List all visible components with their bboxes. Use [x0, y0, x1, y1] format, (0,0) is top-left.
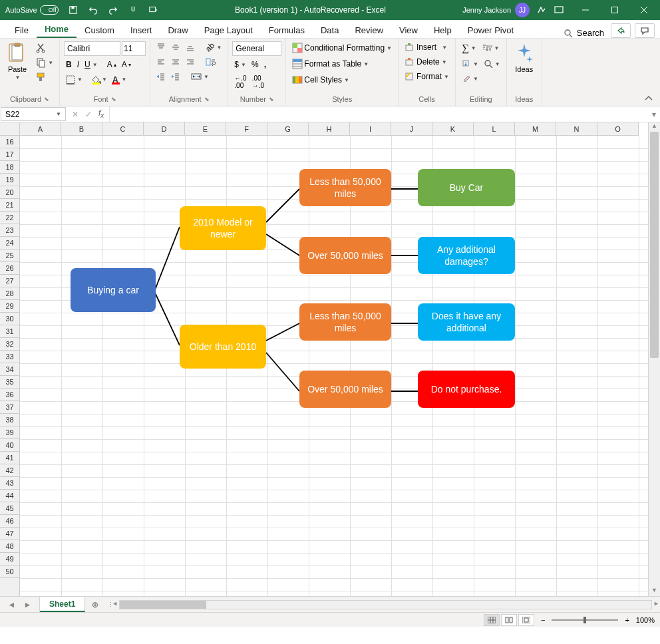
cells-area[interactable]: Buying a car 2010 Model or newer Older t… [20, 136, 648, 596]
insert-cells-button[interactable]: Insert ▼ [403, 41, 451, 53]
row-header[interactable]: 24 [0, 237, 19, 249]
close-button[interactable] [629, 0, 659, 20]
paste-button[interactable]: Paste▼ [4, 41, 31, 82]
increase-decimal-button[interactable]: ←.0.00 [232, 73, 248, 90]
redo-icon[interactable] [108, 5, 118, 15]
col-header[interactable]: M [515, 122, 556, 135]
fill-color-button[interactable]: ▼ [90, 73, 109, 86]
underline-button[interactable]: U▼ [82, 59, 100, 71]
cancel-formula-icon[interactable]: ✕ [72, 110, 79, 119]
shape-over-miles-b[interactable]: Over 50,000 miles [299, 371, 391, 408]
shape-newer[interactable]: 2010 Model or newer [180, 206, 266, 250]
row-header[interactable]: 46 [0, 515, 19, 528]
fill-button[interactable]: ▼ [460, 58, 480, 70]
normal-view-button[interactable] [484, 614, 500, 626]
font-name-input[interactable] [64, 41, 120, 56]
horizontal-scrollbar[interactable]: ◄ ► [119, 600, 652, 609]
italic-button[interactable]: I [75, 59, 81, 71]
tab-custom[interactable]: Custom [77, 22, 122, 38]
row-header[interactable]: 32 [0, 338, 19, 351]
find-select-button[interactable]: ▼ [482, 58, 502, 70]
col-header[interactable]: N [556, 122, 597, 135]
comments-button[interactable] [635, 23, 655, 38]
cut-button[interactable] [33, 41, 55, 55]
tab-data[interactable]: Data [313, 22, 347, 38]
decrease-indent-button[interactable] [154, 71, 168, 82]
col-header[interactable]: O [597, 122, 639, 135]
row-header[interactable]: 48 [0, 540, 19, 553]
row-header[interactable]: 44 [0, 490, 19, 502]
borders-button[interactable]: ▼ [64, 74, 84, 86]
expand-formula-bar-icon[interactable]: ▾ [648, 106, 660, 122]
row-header[interactable]: 30 [0, 313, 19, 325]
conditional-formatting-button[interactable]: Conditional Formatting▼ [290, 41, 394, 55]
row-header[interactable]: 29 [0, 300, 19, 313]
row-header[interactable]: 35 [0, 376, 19, 389]
merge-center-button[interactable]: ▼ [189, 71, 211, 82]
wrap-text-button[interactable] [204, 56, 218, 68]
zoom-in-button[interactable]: + [625, 616, 629, 624]
save-icon[interactable] [68, 5, 79, 15]
col-header[interactable]: E [185, 122, 226, 135]
align-right-button[interactable] [184, 56, 197, 68]
row-header[interactable]: 26 [0, 262, 19, 275]
percent-button[interactable]: % [249, 59, 261, 71]
clipboard-launcher-icon[interactable]: ⬊ [44, 96, 49, 102]
row-header[interactable]: 16 [0, 136, 19, 148]
vertical-scrollbar[interactable]: ▲ ▼ [648, 122, 660, 596]
touch-mode-icon[interactable] [128, 5, 138, 15]
tab-home[interactable]: Home [37, 21, 77, 38]
col-header[interactable]: H [309, 122, 350, 135]
row-header[interactable]: 28 [0, 287, 19, 300]
clear-button[interactable]: ▼ [460, 73, 480, 84]
row-header[interactable]: 40 [0, 439, 19, 452]
page-break-view-button[interactable] [518, 614, 534, 626]
sheet-tab-1[interactable]: Sheet1 [40, 597, 85, 612]
shape-less-miles-b[interactable]: Less than 50,000 miles [299, 303, 391, 341]
insert-function-icon[interactable]: fx [98, 108, 104, 119]
decrease-font-button[interactable]: A▾ [120, 59, 133, 71]
row-header[interactable]: 41 [0, 452, 19, 464]
row-header[interactable]: 38 [0, 414, 19, 426]
enter-formula-icon[interactable]: ✓ [85, 110, 92, 119]
row-header[interactable]: 43 [0, 477, 19, 490]
row-header[interactable]: 36 [0, 389, 19, 401]
accounting-format-button[interactable]: $▼ [232, 59, 248, 71]
align-top-button[interactable] [154, 41, 168, 53]
number-launcher-icon[interactable]: ⬊ [269, 96, 274, 102]
row-header[interactable]: 45 [0, 502, 19, 515]
row-header[interactable]: 33 [0, 351, 19, 363]
shape-less-miles-a[interactable]: Less than 50,000 miles [299, 169, 391, 206]
tab-formulas[interactable]: Formulas [261, 22, 313, 38]
sort-filter-button[interactable]: ▼ [480, 43, 502, 55]
row-header[interactable]: 19 [0, 174, 19, 186]
row-headers[interactable]: 1617181920212223242526272829303132333435… [0, 136, 20, 596]
shape-older[interactable]: Older than 2010 [180, 325, 266, 369]
tab-review[interactable]: Review [347, 22, 391, 38]
col-header[interactable]: K [432, 122, 474, 135]
row-header[interactable]: 39 [0, 426, 19, 439]
row-header[interactable]: 27 [0, 275, 19, 287]
orientation-button[interactable]: ab▼ [204, 41, 224, 53]
increase-indent-button[interactable] [169, 71, 182, 82]
name-box[interactable]: S22▼ [1, 107, 66, 121]
col-header[interactable]: J [391, 122, 432, 135]
row-header[interactable]: 50 [0, 565, 19, 578]
align-center-button[interactable] [169, 56, 182, 68]
share-button[interactable] [611, 23, 631, 38]
scrollbar-thumb[interactable] [650, 132, 659, 358]
shape-root[interactable]: Buying a car [71, 268, 156, 312]
coming-soon-icon[interactable] [536, 5, 547, 15]
row-header[interactable]: 18 [0, 161, 19, 174]
shape-do-not-purchase[interactable]: Do not purchase. [418, 371, 515, 408]
column-headers[interactable]: ABCDEFGHIJKLMNO [20, 122, 639, 136]
row-header[interactable]: 21 [0, 199, 19, 212]
minimize-button[interactable] [571, 0, 600, 20]
row-header[interactable]: 49 [0, 553, 19, 565]
tab-power-pivot[interactable]: Power Pivot [460, 22, 522, 38]
alignment-launcher-icon[interactable]: ⬊ [204, 96, 210, 102]
font-size-input[interactable] [122, 41, 146, 56]
cell-styles-button[interactable]: Cell Styles▼ [290, 73, 394, 86]
sheet-nav-arrows[interactable]: ◄► [0, 597, 40, 612]
shape-damages[interactable]: Any additional damages? [418, 237, 515, 274]
